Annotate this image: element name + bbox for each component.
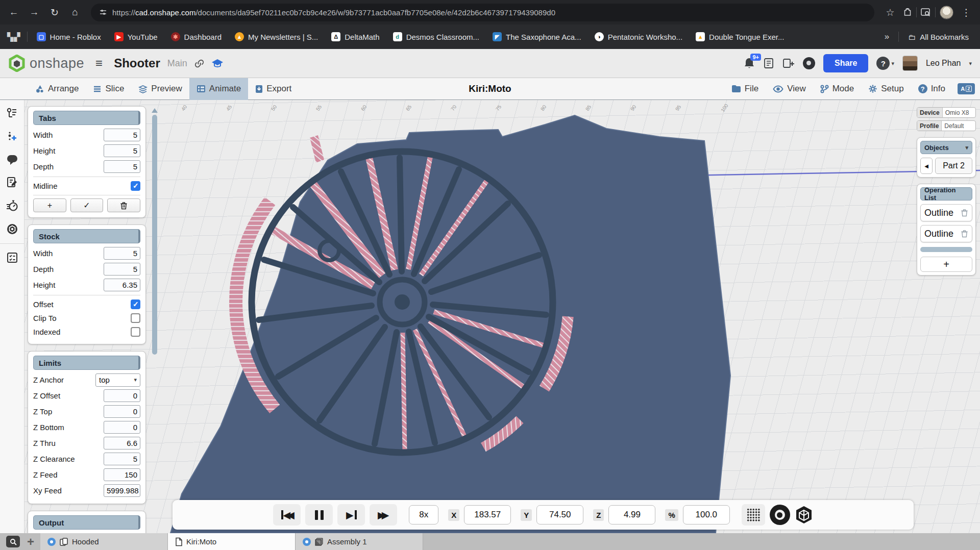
reload-button[interactable]: ↻ xyxy=(46,4,63,21)
extensions-icon[interactable] xyxy=(903,8,912,17)
checklist-icon[interactable] xyxy=(7,252,18,263)
bookmark-dashboard[interactable]: ✱Dashboard xyxy=(167,30,226,43)
midline-checkbox[interactable] xyxy=(131,181,140,191)
part-2-button[interactable]: Part 2 xyxy=(935,158,972,174)
z-offset-input[interactable] xyxy=(104,389,140,402)
visibility-button[interactable] xyxy=(770,505,790,525)
browser-profile-avatar[interactable] xyxy=(940,6,953,19)
z-anchor-select[interactable]: top▾ xyxy=(95,373,140,387)
xy-feed-input[interactable] xyxy=(104,484,140,497)
trash-icon[interactable] xyxy=(961,230,968,238)
tab-search-icon[interactable] xyxy=(921,8,931,17)
z-clearance-input[interactable] xyxy=(104,453,140,465)
element-info-icon[interactable] xyxy=(47,538,56,546)
operation-list-header[interactable]: Operation List xyxy=(920,187,972,201)
setup-menu-button[interactable]: Setup xyxy=(861,78,911,100)
create-document-icon[interactable] xyxy=(782,58,795,69)
forward-button[interactable]: → xyxy=(26,4,43,21)
bookmark-pentatonic[interactable]: ◑Pentatonic Worksho... xyxy=(591,30,687,43)
operation-outline-2[interactable]: Outline xyxy=(920,225,972,242)
step-forward-button[interactable]: ▶ xyxy=(337,504,365,526)
all-bookmarks-button[interactable]: 🗀All Bookmarks xyxy=(904,31,973,43)
device-row[interactable]: DeviceOmio X8 xyxy=(917,107,976,118)
stock-height-input[interactable] xyxy=(104,279,140,291)
notes-icon[interactable] xyxy=(6,177,18,188)
solid-view-button[interactable] xyxy=(795,505,813,524)
bookmark-double-tongue[interactable]: ▲Double Tongue Exer... xyxy=(692,30,788,43)
z-top-input[interactable] xyxy=(104,405,140,418)
arrange-button[interactable]: Arrange xyxy=(29,78,86,100)
user-avatar[interactable] xyxy=(902,56,918,71)
browser-menu-icon[interactable]: ⋮ xyxy=(958,4,975,21)
bookmark-youtube[interactable]: ▶YouTube xyxy=(110,30,162,43)
limits-section-header[interactable]: Limits xyxy=(33,356,140,370)
tab-delete-button[interactable] xyxy=(107,198,140,212)
bookmark-newsletters[interactable]: ▲My Newsletters | S... xyxy=(231,30,322,43)
app-store-icon[interactable] xyxy=(6,223,18,235)
tabs-section-header[interactable]: Tabs xyxy=(33,111,140,125)
preview-button[interactable]: Preview xyxy=(131,78,189,100)
add-element-button[interactable]: + xyxy=(27,535,34,549)
tab-kirimoto[interactable]: Kiri:Moto xyxy=(168,533,296,550)
z-thru-input[interactable] xyxy=(104,437,140,449)
bookmark-star-icon[interactable]: ☆ xyxy=(881,4,899,21)
screen-search-icon[interactable] xyxy=(6,536,20,547)
bookmark-desmos[interactable]: dDesmos Classroom... xyxy=(389,30,483,43)
user-menu-caret-icon[interactable]: ▾ xyxy=(969,60,972,67)
export-button[interactable]: Export xyxy=(248,78,299,100)
site-info-icon[interactable] xyxy=(99,8,107,16)
cam-viewport[interactable]: 404550556065707580859095100 Tabs Width H… xyxy=(0,100,980,533)
journal-icon[interactable] xyxy=(763,58,774,69)
tabs-depth-input[interactable] xyxy=(104,160,140,173)
indexed-checkbox[interactable] xyxy=(131,327,140,337)
discover-icon[interactable] xyxy=(803,57,815,69)
element-info-icon[interactable] xyxy=(303,538,311,546)
bookmark-home-roblox[interactable]: ▢Home - Roblox xyxy=(33,30,105,43)
share-button[interactable]: Share xyxy=(823,54,868,72)
bookmark-saxophone[interactable]: ◤The Saxophone Aca... xyxy=(488,30,585,43)
user-name[interactable]: Leo Phan xyxy=(926,59,961,68)
translate-icon[interactable]: AZ xyxy=(958,83,975,94)
pause-button[interactable] xyxy=(305,504,333,526)
tab-confirm-button[interactable]: ✓ xyxy=(70,198,104,212)
hamburger-menu-icon[interactable]: ≡ xyxy=(91,56,107,70)
tab-assembly-1[interactable]: Assembly 1 xyxy=(296,533,423,550)
speed-indicator[interactable]: 8x xyxy=(409,505,438,524)
stopwatch-icon[interactable] xyxy=(6,199,18,212)
home-button[interactable]: ⌂ xyxy=(66,4,84,21)
scrollbar-thumb[interactable] xyxy=(152,115,157,355)
clip-to-checkbox[interactable] xyxy=(131,313,140,323)
copy-link-icon[interactable] xyxy=(194,59,204,68)
workspace-name[interactable]: Main xyxy=(167,58,187,69)
previous-part-button[interactable]: ◀ xyxy=(920,158,933,174)
add-operation-button[interactable]: + xyxy=(920,257,972,272)
trash-icon[interactable] xyxy=(961,209,968,217)
offset-checkbox[interactable] xyxy=(131,299,140,309)
scroll-up-arrow[interactable] xyxy=(152,108,158,113)
onshape-logo[interactable]: onshape xyxy=(8,55,84,72)
z-feed-input[interactable] xyxy=(104,468,140,481)
back-button[interactable]: ← xyxy=(5,4,22,21)
mode-menu-button[interactable]: Mode xyxy=(813,78,862,100)
fast-forward-button[interactable]: ▶▶ xyxy=(370,504,397,526)
tab-hooded[interactable]: Hooded xyxy=(40,533,168,550)
stock-section-header[interactable]: Stock xyxy=(33,229,140,243)
z-bottom-input[interactable] xyxy=(104,421,140,434)
apps-grid-icon[interactable]: ▚▞ xyxy=(7,32,21,42)
bookmark-deltamath[interactable]: ΔDeltaMath xyxy=(327,30,383,43)
slice-button[interactable]: Slice xyxy=(86,78,131,100)
versions-history-icon[interactable] xyxy=(6,107,18,119)
learning-center-icon[interactable] xyxy=(211,58,224,68)
output-section-header[interactable]: Output xyxy=(33,515,140,530)
tabs-height-input[interactable] xyxy=(104,144,140,157)
bookmarks-overflow-chevron[interactable]: » xyxy=(880,32,893,42)
notifications-button[interactable]: 9+ xyxy=(744,57,755,69)
tabs-width-input[interactable] xyxy=(104,129,140,141)
toggle-grid-button[interactable] xyxy=(742,504,765,526)
panel-scrollbar[interactable] xyxy=(152,108,158,355)
operation-outline-1[interactable]: Outline xyxy=(920,204,972,221)
view-menu-button[interactable]: View xyxy=(766,78,813,100)
profile-row[interactable]: ProfileDefault xyxy=(917,120,976,131)
stock-depth-input[interactable] xyxy=(104,263,140,276)
comment-icon[interactable] xyxy=(6,154,18,165)
